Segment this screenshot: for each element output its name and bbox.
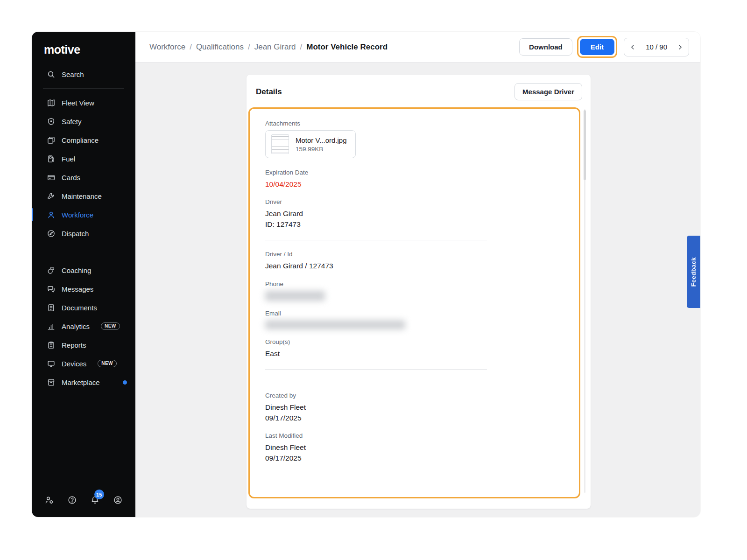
compass-icon: [47, 229, 55, 238]
chevron-left-icon[interactable]: [624, 38, 641, 56]
attachment-file[interactable]: Motor V...ord.jpg 159.99KB: [265, 130, 356, 158]
breadcrumb-separator: /: [248, 42, 250, 52]
page-content: Details Message Driver Attachments Motor…: [135, 63, 700, 517]
download-button[interactable]: Download: [519, 38, 572, 56]
groups-label: Group(s): [265, 338, 563, 345]
sidebar-item-label: Compliance: [62, 136, 99, 144]
phone-value-redacted: [265, 291, 325, 301]
sidebar-divider: [43, 256, 124, 256]
sidebar-item-marketplace[interactable]: Marketplace: [32, 373, 135, 392]
details-card: Details Message Driver Attachments Motor…: [247, 75, 591, 509]
page-title: Motor Vehicle Record: [306, 42, 388, 52]
sidebar-item-dispatch[interactable]: Dispatch: [32, 224, 135, 243]
sidebar-item-fuel[interactable]: Fuel: [32, 149, 135, 168]
sidebar-item-fleet-view[interactable]: Fleet View: [32, 93, 135, 112]
email-field: Email: [265, 310, 563, 329]
driver-field: Driver Jean Girard ID: 127473: [265, 198, 563, 230]
breadcrumb-workforce[interactable]: Workforce: [149, 42, 185, 52]
sidebar-item-maintenance[interactable]: Maintenance: [32, 187, 135, 205]
attachments-label: Attachments: [265, 120, 563, 127]
notifications-bell-icon[interactable]: 15: [90, 495, 100, 505]
main-area: Workforce / Qualifications / Jean Girard…: [135, 32, 700, 517]
driver-id-value: Jean Girard / 127473: [265, 261, 563, 271]
compliance-icon: [47, 136, 55, 144]
clipboard-icon: [47, 341, 55, 349]
sidebar-item-label: Workforce: [62, 211, 93, 219]
sidebar-item-label: Messages: [62, 285, 93, 293]
driver-name: Jean Girard: [265, 209, 563, 219]
sidebar-item-safety[interactable]: Safety: [32, 112, 135, 131]
breadcrumb: Workforce / Qualifications / Jean Girard…: [149, 42, 388, 52]
help-icon[interactable]: [67, 495, 77, 505]
created-by-field: Created by Dinesh Fleet 09/17/2025: [265, 392, 563, 423]
account-icon[interactable]: [113, 495, 123, 505]
wrench-icon: [47, 192, 55, 200]
person-icon: [47, 210, 55, 219]
driver-label: Driver: [265, 198, 563, 205]
last-modified-label: Last Modified: [265, 432, 563, 439]
expiration-date-field: Expiration Date 10/04/2025: [265, 169, 563, 189]
feedback-tab[interactable]: Feedback: [687, 236, 700, 308]
pager-count: 10 / 90: [641, 43, 672, 51]
attachment-name: Motor V...ord.jpg: [296, 136, 347, 144]
created-by-label: Created by: [265, 392, 563, 399]
sidebar-item-cards[interactable]: Cards: [32, 168, 135, 187]
email-value-redacted: [265, 320, 405, 329]
admin-users-icon[interactable]: [44, 495, 54, 505]
sidebar-item-messages[interactable]: Messages: [32, 280, 135, 298]
card-scrollbar-thumb[interactable]: [584, 110, 586, 180]
sidebar-item-label: Maintenance: [62, 192, 102, 200]
sidebar-footer: 15: [32, 495, 135, 517]
sidebar-item-workforce[interactable]: Workforce: [32, 205, 135, 224]
sidebar: motive Search Fleet View Safety Complia: [32, 32, 135, 517]
sidebar-item-analytics[interactable]: Analytics NEW: [32, 317, 135, 336]
expiration-date-value: 10/04/2025: [265, 179, 563, 189]
attachment-size: 159.99KB: [296, 146, 347, 153]
record-pager: 10 / 90: [624, 38, 689, 56]
bar-chart-icon: [47, 322, 55, 330]
edit-highlight-ring: Edit: [577, 36, 617, 58]
feedback-label: Feedback: [690, 257, 697, 287]
sidebar-item-label: Fleet View: [62, 99, 94, 107]
sidebar-item-label: Documents: [62, 304, 97, 312]
motive-logo: motive: [32, 32, 135, 61]
sidebar-search-label: Search: [62, 70, 84, 78]
sidebar-item-documents[interactable]: Documents: [32, 298, 135, 317]
edit-button[interactable]: Edit: [580, 39, 614, 55]
attachments-field: Attachments Motor V...ord.jpg 159.99KB: [265, 120, 563, 160]
details-card-header: Details Message Driver: [247, 75, 591, 106]
sidebar-item-label: Cards: [62, 174, 80, 182]
notification-dot: [123, 380, 127, 385]
shield-icon: [47, 117, 55, 126]
breadcrumb-jean-girard[interactable]: Jean Girard: [254, 42, 296, 52]
sidebar-item-devices[interactable]: Devices NEW: [32, 354, 135, 373]
groups-value: East: [265, 349, 563, 359]
sidebar-item-label: Coaching: [62, 266, 91, 274]
new-badge: NEW: [101, 322, 120, 330]
last-modified-name: Dinesh Fleet: [265, 442, 563, 453]
breadcrumb-qualifications[interactable]: Qualifications: [196, 42, 244, 52]
sidebar-item-label: Safety: [62, 118, 82, 126]
sidebar-item-reports[interactable]: Reports: [32, 336, 135, 354]
section-divider: [265, 369, 487, 370]
sidebar-item-compliance[interactable]: Compliance: [32, 131, 135, 149]
document-icon: [47, 303, 55, 312]
sidebar-item-label: Analytics: [62, 322, 90, 330]
created-by-name: Dinesh Fleet: [265, 402, 563, 413]
map-icon: [47, 98, 55, 107]
whistle-icon: [47, 266, 55, 274]
fuel-pump-icon: [47, 154, 55, 163]
sidebar-search[interactable]: Search: [32, 65, 135, 84]
message-driver-button[interactable]: Message Driver: [514, 83, 582, 100]
header-actions: Download Edit 10 / 90: [519, 36, 689, 58]
last-modified-date: 09/17/2025: [265, 453, 563, 463]
chevron-right-icon[interactable]: [672, 38, 689, 56]
notification-count-badge: 15: [94, 490, 104, 499]
phone-field: Phone: [265, 280, 563, 301]
last-modified-field: Last Modified Dinesh Fleet 09/17/2025: [265, 432, 563, 463]
details-fields: Attachments Motor V...ord.jpg 159.99KB E…: [247, 106, 591, 463]
sidebar-item-coaching[interactable]: Coaching: [32, 261, 135, 280]
top-bar: Workforce / Qualifications / Jean Girard…: [135, 32, 700, 63]
sidebar-item-label: Marketplace: [62, 378, 100, 386]
storefront-icon: [47, 378, 55, 386]
